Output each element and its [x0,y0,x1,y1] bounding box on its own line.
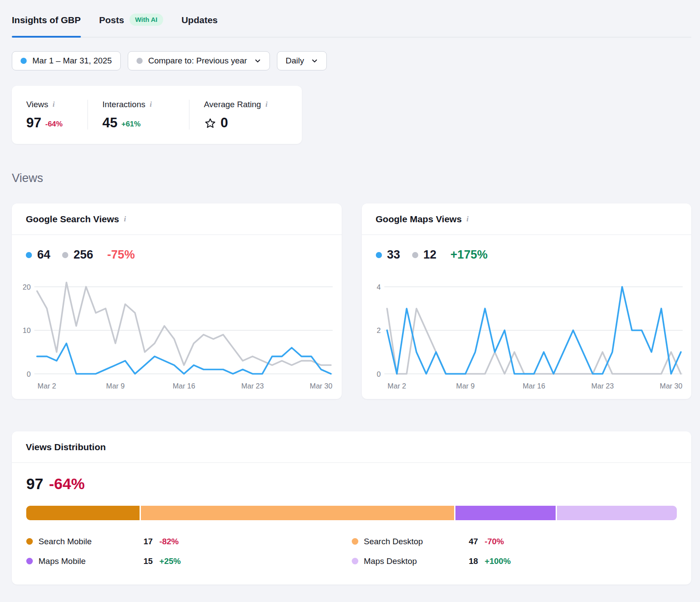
maps-previous-total: 12 [424,248,437,262]
distribution-segment-maps-desktop[interactable] [557,506,677,520]
tab-posts-label: Posts [99,15,124,25]
legend-item-search-desktop: Search Desktop47-70% [352,537,677,546]
svg-text:20: 20 [23,283,31,291]
views-distribution-card: Views Distribution 97 -64% Search Mobile… [12,431,691,584]
info-icon[interactable]: i [266,100,268,109]
tab-updates-label: Updates [182,15,218,25]
legend-value: 47 [469,537,478,546]
distribution-legend-column-left: Search Mobile17-82%Maps Mobile15+25% [26,537,352,566]
tabs-bar: Insights of GBP Posts With AI Updates [12,0,691,38]
views-distribution-title: Views Distribution [26,442,106,452]
distribution-change-percent: -64% [49,475,85,493]
compare-dropdown[interactable]: Compare to: Previous year [128,51,270,70]
charts-row: Google Search Views i 64 256 -75% 01020M… [12,203,691,399]
svg-text:Mar 16: Mar 16 [522,382,545,390]
kpi-interactions-label: Interactions [102,100,145,109]
tab-posts[interactable]: Posts With AI [99,14,163,37]
chevron-down-icon [311,57,318,64]
legend-dot-icon [26,558,33,564]
info-icon[interactable]: i [52,100,55,109]
distribution-total: 97 [26,475,43,493]
kpi-rating-value: 0 [220,116,228,130]
kpi-average-rating: Average Rating i 0 [189,100,302,130]
svg-text:Mar 2: Mar 2 [387,382,406,390]
legend-value: 18 [469,556,478,566]
kpi-interactions: Interactions i 45 +61% [88,100,189,130]
kpi-summary-card: Views i 97 -64% Interactions i 45 +61% A… [12,86,302,144]
search-change-percent: -75% [107,248,135,262]
kpi-views-value: 97 [26,116,41,130]
legend-label: Maps Desktop [364,556,469,566]
chevron-down-icon [254,57,261,64]
search-views-legend: 64 256 -75% [12,235,342,263]
filters-row: Mar 1 – Mar 31, 2025 Compare to: Previou… [12,51,691,70]
svg-text:0: 0 [27,370,31,378]
svg-text:Mar 9: Mar 9 [106,382,125,390]
legend-change: +25% [159,556,181,566]
tab-updates[interactable]: Updates [182,14,218,37]
compare-label: Compare to: Previous year [148,56,247,66]
svg-text:Mar 30: Mar 30 [660,382,682,390]
tab-insights-label: Insights of GBP [12,15,81,25]
maps-change-percent: +175% [451,248,488,262]
svg-text:Mar 2: Mar 2 [38,382,56,390]
legend-dot-icon [352,538,358,545]
with-ai-badge: With AI [130,14,163,26]
date-range-label: Mar 1 – Mar 31, 2025 [32,56,112,66]
legend-value: 15 [144,556,153,566]
tab-insights-of-gbp[interactable]: Insights of GBP [12,14,81,37]
granularity-label: Daily [286,56,304,66]
google-maps-views-title: Google Maps Views [376,214,462,224]
distribution-legend-column-right: Search Desktop47-70%Maps Desktop18+100% [352,537,677,566]
legend-change: -70% [485,537,504,546]
google-search-views-chart: 01020Mar 2Mar 9Mar 16Mar 23Mar 30 [16,269,334,392]
legend-dot-icon [26,538,33,545]
svg-text:2: 2 [376,326,380,335]
distribution-legend: Search Mobile17-82%Maps Mobile15+25% Sea… [26,537,677,566]
kpi-interactions-change: +61% [121,120,140,130]
previous-period-dot-icon [412,252,418,258]
svg-text:0: 0 [376,370,380,378]
legend-item-search-mobile: Search Mobile17-82% [26,537,352,546]
legend-label: Search Mobile [38,537,144,546]
svg-text:Mar 30: Mar 30 [310,382,332,390]
distribution-bar [26,506,677,520]
kpi-views-change: -64% [45,120,63,130]
granularity-dropdown[interactable]: Daily [277,51,327,70]
views-section-title: Views [12,172,691,185]
distribution-segment-maps-mobile[interactable] [455,506,556,520]
legend-item-maps-desktop: Maps Desktop18+100% [352,556,677,566]
legend-dot-icon [352,558,358,564]
svg-text:Mar 9: Mar 9 [456,382,474,390]
kpi-views-label: Views [26,100,48,109]
distribution-segment-search-mobile[interactable] [26,506,140,520]
info-icon[interactable]: i [466,215,469,224]
maps-current-total: 33 [387,248,400,262]
svg-text:10: 10 [23,326,31,335]
svg-text:4: 4 [376,283,380,291]
google-search-views-title: Google Search Views [26,214,119,224]
google-maps-views-card: Google Maps Views i 33 12 +175% 024Mar 2… [362,203,692,399]
legend-value: 17 [144,537,153,546]
star-icon [204,117,217,130]
distribution-segment-search-desktop[interactable] [141,506,454,520]
previous-period-dot-icon [62,252,68,258]
kpi-interactions-value: 45 [102,116,117,130]
svg-text:Mar 23: Mar 23 [591,382,614,390]
legend-label: Search Desktop [364,537,469,546]
legend-change: +100% [485,556,511,566]
info-icon[interactable]: i [150,100,152,109]
search-previous-total: 256 [74,248,93,262]
info-icon[interactable]: i [124,215,126,224]
kpi-rating-label: Average Rating [204,100,261,109]
search-current-total: 64 [37,248,50,262]
current-period-dot-icon [26,252,32,258]
current-period-dot-icon [21,58,27,64]
maps-views-legend: 33 12 +175% [362,235,692,263]
legend-label: Maps Mobile [38,556,144,566]
previous-period-dot-icon [136,58,143,64]
google-maps-views-chart: 024Mar 2Mar 9Mar 16Mar 23Mar 30 [366,269,684,392]
svg-text:Mar 16: Mar 16 [173,382,196,390]
date-range-picker[interactable]: Mar 1 – Mar 31, 2025 [12,51,121,70]
kpi-views: Views i 97 -64% [12,100,88,130]
